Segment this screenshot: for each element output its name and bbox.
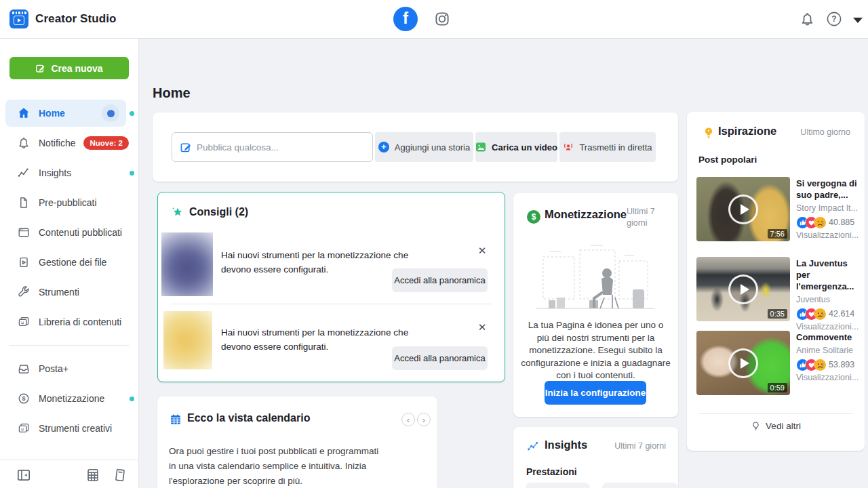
post-title[interactable]: Si vergogna di suo padre,...: [796, 178, 859, 201]
sidebar-item-strumenti[interactable]: Strumenti: [0, 277, 139, 307]
views-label: Visualizzazioni...: [796, 322, 859, 331]
sidebar-item-notifiche[interactable]: Notifiche Nuove: 2: [0, 128, 139, 158]
plus-circle-icon: +: [378, 142, 389, 152]
carousel-next-icon[interactable]: ›: [417, 413, 431, 426]
sidebar-item-pre-pubblicati[interactable]: Pre-pubblicati: [0, 188, 139, 218]
monetization-card: $ Monetizzazione Ultimi 7 giorni La tua …: [513, 193, 678, 417]
popular-post-row: 0:59 Commovente Anime Solitarie 53.893 V…: [696, 331, 858, 395]
account-menu-caret-icon[interactable]: [853, 18, 863, 23]
video-duration: 0:59: [768, 383, 787, 392]
tips-star-icon: [171, 206, 184, 220]
video-duration: 7:56: [768, 229, 787, 239]
notifications-bell-icon[interactable]: [800, 12, 815, 27]
sidebar-item-insights[interactable]: Insights: [0, 158, 139, 188]
calendar-icon: [169, 413, 182, 426]
monetization-description: La tua Pagina è idonea per uno o più dei…: [521, 319, 671, 382]
compose-icon: [35, 63, 45, 73]
sidebar-item-posta[interactable]: Posta+: [0, 354, 139, 384]
sidebar-item-home[interactable]: Home: [0, 98, 139, 128]
reactions-count: 53.893: [829, 360, 854, 369]
reactions-count: 42.614: [829, 309, 854, 319]
pages-app-icon[interactable]: [112, 467, 128, 483]
new-feature-dot: [130, 171, 134, 176]
tips-card: Consigli (2) Hai nuovi strumenti per la …: [157, 192, 505, 382]
sad-reaction-icon: [814, 359, 825, 370]
topbar-actions: ?: [800, 11, 863, 27]
monetization-period: Ultimi 7 giorni: [627, 206, 669, 229]
popular-post-row: 7:56 Si vergogna di suo padre,... Story …: [696, 177, 858, 241]
home-icon: [17, 106, 31, 120]
monetization-title: Monetizzazione: [545, 208, 627, 221]
metric-stub: [602, 483, 678, 488]
help-icon[interactable]: ?: [826, 11, 842, 27]
monetization-illustration: [531, 242, 660, 318]
collapse-sidebar-icon[interactable]: [16, 467, 32, 483]
brand[interactable]: Creator Studio: [9, 9, 116, 28]
tip-thumbnail: [163, 311, 212, 369]
wrench-icon: [17, 285, 31, 299]
insights-card: Insights Ultimi 7 giorni Prestazioni: [513, 427, 678, 488]
instagram-tab-icon[interactable]: [434, 11, 450, 27]
new-feature-dot: [130, 111, 134, 116]
bell-icon: [17, 136, 31, 150]
see-more-button[interactable]: Vedi altri: [687, 421, 865, 431]
inspiration-title: Ispirazione: [718, 125, 776, 138]
play-icon: [728, 348, 758, 378]
post-title[interactable]: Commovente: [796, 331, 859, 343]
home-active-indicator: [102, 104, 119, 122]
draft-page-icon: [17, 196, 31, 209]
insights-section-title: Prestazioni: [526, 466, 577, 477]
close-icon[interactable]: ✕: [475, 244, 489, 258]
app-title: Creator Studio: [35, 12, 116, 26]
add-story-button[interactable]: + Aggiungi una storia: [375, 132, 473, 162]
sidebar-item-strumenti-creativi[interactable]: Strumenti creativi: [0, 413, 139, 443]
create-new-button[interactable]: Crea nuova: [9, 57, 129, 79]
tip-text: Hai nuovi strumenti per la monetizzazion…: [221, 248, 414, 277]
creator-studio-page: Creator Studio f ? Crea nuova: [0, 0, 868, 488]
inbox-icon: [17, 362, 31, 375]
insights-icon: [17, 166, 31, 180]
live-broadcast-icon: [563, 142, 574, 152]
sidebar-divider: [9, 345, 130, 346]
metric-stub: [526, 483, 590, 488]
page-title: Home: [153, 85, 191, 101]
post-source: Juventus: [796, 295, 859, 304]
publish-input[interactable]: [172, 132, 373, 162]
insights-period: Ultimi 7 giorni: [614, 441, 666, 451]
tip-overview-button[interactable]: Accedi alla panoramica: [392, 346, 488, 370]
post-source: Story Impact It...: [796, 203, 859, 213]
insights-title: Insights: [545, 439, 587, 451]
sidebar-item-monetizzazione[interactable]: $ Monetizzazione: [0, 384, 139, 413]
video-thumbnail[interactable]: 0:35: [696, 257, 790, 321]
facebook-tab-icon[interactable]: f: [393, 7, 418, 31]
go-live-button[interactable]: Trasmetti in diretta: [559, 132, 656, 162]
sad-reaction-icon: [814, 216, 825, 228]
published-content-icon: [17, 226, 31, 239]
sidebar-item-contenuti-pubblicati[interactable]: Contenuti pubblicati: [0, 218, 139, 247]
dollar-circle-icon: $: [17, 392, 31, 405]
calendar-card: Ecco la vista calendario ‹ › Ora puoi ge…: [157, 396, 437, 488]
video-upload-icon: [475, 142, 486, 152]
inspiration-divider: [698, 413, 853, 414]
notifications-badge: Nuove: 2: [83, 136, 129, 150]
sidebar-item-libreria-di-contenuti[interactable]: Libreria di contenuti: [0, 307, 139, 337]
video-thumbnail[interactable]: 0:59: [696, 331, 790, 395]
creator-studio-logo-icon: [9, 9, 28, 28]
inspiration-period: Ultimo giorno: [800, 127, 850, 137]
reactions-count: 40.885: [829, 218, 854, 227]
carousel-prev-icon[interactable]: ‹: [401, 413, 415, 426]
tip-overview-button[interactable]: Accedi alla panoramica: [392, 268, 488, 292]
bulb-icon: [702, 126, 715, 140]
video-thumbnail[interactable]: 7:56: [696, 177, 790, 241]
calculator-apps-icon[interactable]: [85, 467, 101, 483]
new-feature-dot: [130, 396, 134, 401]
platform-switcher: f: [393, 7, 450, 31]
close-icon[interactable]: ✕: [475, 321, 489, 334]
popular-post-row: 0:35 La Juventus per l'emergenza... Juve…: [696, 257, 858, 331]
start-setup-button[interactable]: Inizia la configurazione: [545, 381, 646, 405]
inspiration-card: Ispirazione Ultimo giorno Post popolari …: [687, 112, 865, 451]
sidebar-item-gestione-dei-file[interactable]: Gestione dei file: [0, 247, 139, 277]
post-title[interactable]: La Juventus per l'emergenza...: [796, 258, 859, 292]
calendar-card-title: Ecco la vista calendario: [187, 412, 310, 424]
upload-video-button[interactable]: Carica un video: [475, 132, 557, 162]
